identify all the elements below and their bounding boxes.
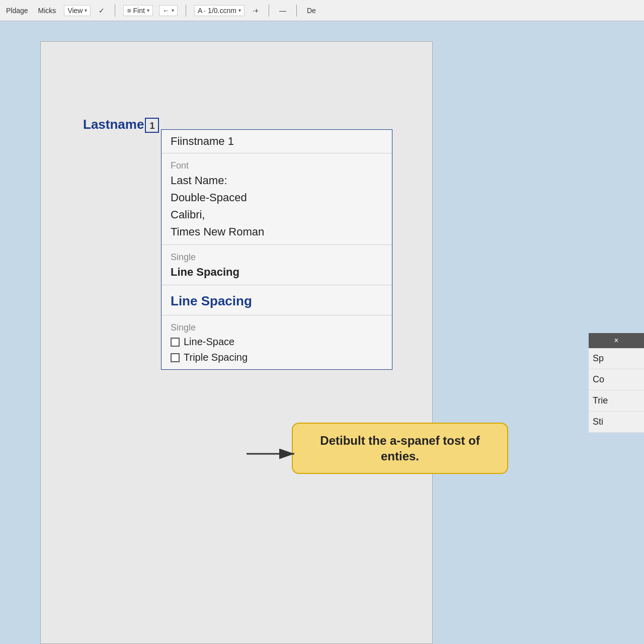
doc-area: Lastname1 Fiinstname 1 Font Last Name: D… — [0, 21, 644, 644]
font-section-header: Font — [171, 157, 383, 172]
lastname-header: Lastname1 — [83, 117, 159, 133]
toolbar-view-dropdown[interactable]: View ▾ — [64, 5, 91, 16]
toolbar-fontsize-dropdown[interactable]: A · 1/0.ccnm ▾ — [194, 5, 245, 16]
panel-item-sti[interactable]: Sti — [589, 412, 644, 433]
triplespacing-checkbox[interactable] — [171, 353, 180, 362]
checkbox-triplespacing-row[interactable]: Triple Spacing — [171, 350, 383, 365]
firstname-label: Fiinstname 1 — [171, 135, 234, 147]
checkbox-linespace-row[interactable]: Line-Space — [171, 334, 383, 350]
panel-item-trie[interactable]: Trie — [589, 390, 644, 412]
arrow-left-icon: ← — [163, 7, 170, 15]
menu-firstname-row[interactable]: Fiinstname 1 — [162, 130, 392, 153]
menu-times-new-roman[interactable]: Times New Roman — [171, 223, 383, 240]
context-menu: Fiinstname 1 Font Last Name: Double-Spac… — [161, 129, 392, 370]
toolbar-arrow-dropdown[interactable]: ← ▾ — [159, 5, 178, 16]
panel-item-sp[interactable]: Sp — [589, 348, 644, 369]
lastname-box: 1 — [145, 118, 159, 133]
menu-section-linespacing-blue: Line Spacing — [162, 285, 392, 315]
linespace-label: Line-Space — [184, 336, 234, 348]
menu-line-spacing-bold[interactable]: Line Spacing — [171, 264, 383, 281]
close-icon: × — [614, 336, 618, 345]
linespace-checkbox[interactable] — [171, 338, 180, 347]
toolbar-checkmark[interactable]: ✓ — [97, 6, 107, 16]
triplespacing-label: Triple Spacing — [184, 352, 248, 363]
toolbar-separator-3 — [269, 5, 269, 17]
panel-close-button[interactable]: × — [589, 333, 644, 348]
toolbar-micks[interactable]: Micks — [36, 6, 58, 16]
menu-calibri[interactable]: Calibri, — [171, 206, 383, 223]
menu-line-spacing-blue[interactable]: Line Spacing — [171, 289, 383, 311]
menu-section-checkboxes: Single Line-Space Triple Spacing — [162, 315, 392, 369]
toolbar-minus[interactable]: — — [277, 6, 288, 16]
toolbar-separator-4 — [296, 5, 297, 17]
right-panel: × Sp Co Trie Sti — [589, 333, 644, 433]
toolbar-separator-2 — [186, 5, 186, 17]
tooltip-bubble: Detibult the a-spanef tost of enties. — [292, 423, 508, 474]
font-size-label: A · 1/0.ccnm — [198, 7, 236, 15]
single-header-2: Single — [171, 319, 383, 334]
tooltip-text: Detibult the a-spanef tost of enties. — [320, 434, 479, 463]
menu-double-spaced[interactable]: Double-Spaced — [171, 189, 383, 206]
toolbar-plus[interactable]: ·+ — [251, 6, 261, 16]
menu-section-linespacing-gray: Single Line Spacing — [162, 245, 392, 285]
panel-items: Sp Co Trie Sti — [589, 348, 644, 433]
toolbar-de[interactable]: De — [305, 6, 318, 16]
fint-label: ≡ Fint — [127, 7, 144, 15]
lastname-label: Lastname — [83, 117, 144, 132]
toolbar-pldage[interactable]: Pldage — [4, 6, 30, 16]
chevron-down-icon: ▾ — [85, 8, 87, 13]
fint-chevron-icon: ▾ — [147, 8, 149, 13]
fontsize-chevron-icon: ▾ — [238, 8, 241, 13]
toolbar-separator-1 — [115, 5, 115, 17]
menu-section-font: Font Last Name: Double-Spaced Calibri, T… — [162, 153, 392, 245]
single-header: Single — [171, 249, 383, 264]
panel-item-co[interactable]: Co — [589, 369, 644, 390]
toolbar-view-label: View — [67, 7, 83, 15]
toolbar: Pldage Micks View ▾ ✓ ≡ Fint ▾ ← ▾ A · 1… — [0, 0, 644, 21]
arrow-chevron-icon: ▾ — [172, 8, 174, 13]
menu-last-name[interactable]: Last Name: — [171, 172, 383, 189]
toolbar-fint-dropdown[interactable]: ≡ Fint ▾ — [123, 5, 152, 16]
